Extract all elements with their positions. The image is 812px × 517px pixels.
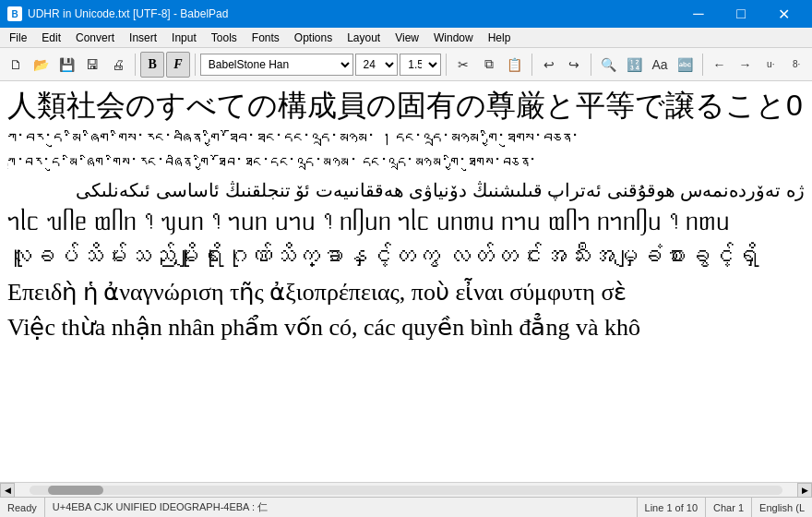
editor-area[interactable]: 人類社会のすべての構成員の固有の尊厳と平等で譲ること0 ཀྱི་བར་དུ་མི… xyxy=(0,81,812,482)
text-line-8: Việc thừa nhận nhân phẩm vốn có, các quy… xyxy=(7,311,805,344)
unicode-button[interactable]: 🔤 xyxy=(674,52,698,78)
menu-layout[interactable]: Layout xyxy=(340,28,388,47)
menu-input[interactable]: Input xyxy=(164,28,204,47)
text-line-4: ژە تەۆردەنمەس ھوقۇقنى ئەتراپ قىلىشنىڭ دۆ… xyxy=(7,177,805,203)
next-button[interactable]: → xyxy=(734,52,758,78)
toolbar: 🗋 📂 💾 🖫 🖨 B F BabelStone Han 24 1.5 ✂ ⧉ … xyxy=(0,48,812,81)
menu-window[interactable]: Window xyxy=(426,28,481,47)
copy-button[interactable]: ⧉ xyxy=(477,52,501,78)
menu-tools[interactable]: Tools xyxy=(204,28,245,47)
bold-button[interactable]: B xyxy=(140,52,164,78)
status-ready: Ready xyxy=(0,498,45,517)
text-line-6: လူခပ်သိမ်းသည်မျိုးရိုးဂုဏ်သိက္ခာနှင့်တကွ… xyxy=(7,240,805,273)
font-size-selector[interactable]: 24 xyxy=(355,54,399,76)
sep3 xyxy=(446,54,447,76)
paste-button[interactable]: 📋 xyxy=(503,52,527,78)
italic-button[interactable]: F xyxy=(166,52,190,78)
menu-convert[interactable]: Convert xyxy=(68,28,122,47)
menu-bar: File Edit Convert Insert Input Tools Fon… xyxy=(0,28,812,48)
text-line-7: Επειδὴ ἡ ἀναγνώριση τῆς ἀξιοπρέπειας, πο… xyxy=(7,276,805,309)
menu-view[interactable]: View xyxy=(388,28,426,47)
sep4 xyxy=(531,54,532,76)
text-line-5: ᥐᥣᥴ ᥔᥥᥱ ᥗᥥᥒ᥄ᥡᥙᥒ᥄ᥐᥙᥒ ᥙᥐᥙ᥄ᥒᥦᥙᥒ ᥐᥣᥴ ᥙᥒᥖᥙ ᥒᥐ… xyxy=(7,205,805,238)
print-button[interactable]: 🖨 xyxy=(106,52,130,78)
minimize-button[interactable]: ─ xyxy=(677,0,720,28)
menu-fonts[interactable]: Fonts xyxy=(245,28,287,47)
text-line-2: ཀྱི་བར་དུ་མི་ཞིག་གིས་རང་བཞིན་གྱི་ཐོབ་ཐང་… xyxy=(7,128,805,151)
menu-options[interactable]: Options xyxy=(287,28,340,47)
charmap-button[interactable]: Aa xyxy=(648,52,672,78)
open-button[interactable]: 📂 xyxy=(30,52,54,78)
save-as-button[interactable]: 🖫 xyxy=(80,52,104,78)
menu-file[interactable]: File xyxy=(2,28,34,47)
menu-help[interactable]: Help xyxy=(481,28,519,47)
text-line-3: ཀྱི་བར་དུ་མི་ཞིག་གིས་རང་བཞིན་གྱི་ཐོབ་ཐང་… xyxy=(7,153,805,175)
extra2-button[interactable]: 8· xyxy=(784,52,808,78)
find-button[interactable]: 🔍 xyxy=(596,52,620,78)
undo-button[interactable]: ↩ xyxy=(537,52,561,78)
menu-edit[interactable]: Edit xyxy=(34,28,68,47)
save-button[interactable]: 💾 xyxy=(55,52,79,78)
font-selector[interactable]: BabelStone Han xyxy=(200,54,353,76)
sep6 xyxy=(702,54,703,76)
window-title: UDHR in Unicode.txt [UTF-8] - BabelPad xyxy=(28,7,677,20)
close-button[interactable]: ✕ xyxy=(762,0,805,28)
line-spacing-selector[interactable]: 1.5 xyxy=(400,54,441,76)
prev-button[interactable]: ← xyxy=(708,52,732,78)
title-bar: B UDHR in Unicode.txt [UTF-8] - BabelPad… xyxy=(0,0,812,28)
app-icon: B xyxy=(7,6,22,21)
cut-button[interactable]: ✂ xyxy=(451,52,475,78)
scroll-right-button[interactable]: ▶ xyxy=(797,483,812,498)
new-button[interactable]: 🗋 xyxy=(4,52,28,78)
status-language: English (L xyxy=(752,498,812,517)
scroll-left-button[interactable]: ◀ xyxy=(0,483,15,498)
sep1 xyxy=(135,54,136,76)
scroll-track[interactable] xyxy=(30,486,782,495)
sep2 xyxy=(195,54,196,76)
status-char-info: U+4EBA CJK UNIFIED IDEOGRAPH-4EBA : 仁 xyxy=(45,498,638,517)
sep5 xyxy=(591,54,591,76)
maximize-button[interactable]: □ xyxy=(720,0,762,28)
text-line-1: 人類社会のすべての構成員の固有の尊厳と平等で譲ること0 xyxy=(7,85,805,126)
status-char-label: Char 1 xyxy=(706,498,752,517)
horizontal-scrollbar[interactable]: ◀ ▶ xyxy=(0,482,812,497)
extra-button[interactable]: u· xyxy=(758,52,782,78)
scroll-thumb[interactable] xyxy=(48,486,103,495)
window-controls: ─ □ ✕ xyxy=(677,0,805,28)
goto-button[interactable]: 🔢 xyxy=(622,52,646,78)
redo-button[interactable]: ↪ xyxy=(563,52,587,78)
status-position: Line 1 of 10 xyxy=(638,498,707,517)
menu-insert[interactable]: Insert xyxy=(122,28,164,47)
status-bar: Ready U+4EBA CJK UNIFIED IDEOGRAPH-4EBA … xyxy=(0,497,812,517)
